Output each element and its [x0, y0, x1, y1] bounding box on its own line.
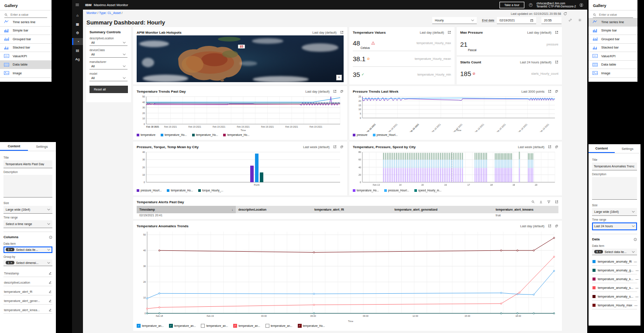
legend-item[interactable]: temperature_Ho...: [192, 133, 218, 136]
export-icon[interactable]: [333, 90, 337, 93]
data-item-multiselect[interactable]: 6× Select data ite...: [592, 249, 637, 255]
expand-icon[interactable]: [340, 90, 344, 93]
export-icon[interactable]: [448, 31, 451, 34]
export-icon[interactable]: [548, 224, 551, 228]
tab-content[interactable]: Content: [0, 142, 28, 151]
legend-item[interactable]: temperature: [137, 133, 155, 136]
remove-icon[interactable]: —: [634, 304, 637, 307]
hamburger-menu-icon[interactable]: [72, 3, 83, 7]
title-field[interactable]: [3, 160, 52, 168]
legend-item[interactable]: temperature_Ho...: [353, 189, 379, 192]
download-icon[interactable]: [539, 200, 543, 204]
time-range-select[interactable]: Last 24 hours: [592, 222, 637, 230]
rail-monitor-icon[interactable]: ◔: [72, 38, 83, 45]
interval-select[interactable]: Hourly: [432, 17, 477, 24]
legend-item[interactable]: temperature_Ho...: [161, 133, 187, 136]
legend-item[interactable]: ✓temperature_an...: [233, 324, 260, 328]
breadcrumb-monitor[interactable]: Monitor: [86, 11, 99, 14]
satellite-map[interactable]: 85 +: [137, 35, 344, 82]
hotspot-marker[interactable]: 85: [238, 45, 245, 49]
rail-home-icon[interactable]: ⌂: [72, 12, 83, 19]
legend-item[interactable]: temperature_Ho...: [167, 189, 193, 192]
gallery-item-image[interactable]: Image: [0, 69, 52, 78]
gallery-item-simple-bar[interactable]: Simple bar: [0, 27, 52, 35]
column-header-temperature-alert-generalized[interactable]: temperature_alert_generalized: [392, 208, 493, 211]
expand-icon[interactable]: [555, 224, 558, 228]
filter-icon[interactable]: [547, 200, 551, 204]
expand-icon[interactable]: [555, 145, 558, 149]
export-icon[interactable]: [548, 145, 551, 149]
info-icon[interactable]: [49, 236, 52, 239]
breadcrumb-type[interactable]: Type: CL_Asset: [99, 11, 122, 14]
legend-item[interactable]: temperature_an...: [265, 324, 293, 328]
remove-icon[interactable]: —: [636, 269, 639, 272]
remove-icon[interactable]: —: [635, 286, 638, 289]
filter-select-manufacturer[interactable]: All: [90, 63, 127, 69]
column-header-temperature-alert-kmeans[interactable]: temperature_alert_kmeans: [493, 208, 558, 211]
description-field[interactable]: [3, 175, 52, 198]
legend-item[interactable]: pressure: [353, 133, 368, 136]
edit-icon[interactable]: [48, 281, 52, 284]
description-field[interactable]: [592, 177, 637, 200]
expand-icon[interactable]: [340, 145, 344, 149]
legend-item[interactable]: pressure_Hourl...: [137, 189, 162, 192]
expand-icon[interactable]: [555, 90, 558, 93]
legend-item[interactable]: torque_Hourly_...: [198, 189, 223, 192]
edit-icon[interactable]: [48, 308, 52, 312]
export-icon[interactable]: [333, 145, 337, 149]
remove-icon[interactable]: —: [635, 295, 638, 298]
tab-settings[interactable]: Settings: [28, 142, 56, 151]
legend-item[interactable]: ✓temperature_an...: [169, 324, 196, 328]
remove-icon[interactable]: —: [635, 278, 638, 281]
tab-settings[interactable]: Settings: [615, 144, 641, 153]
group-by-multiselect[interactable]: 1× Select dimensi...: [3, 260, 52, 266]
gallery-item-simple-bar[interactable]: Simple bar: [589, 27, 637, 35]
export-icon[interactable]: [340, 31, 344, 34]
gallery-item-time-series-line[interactable]: Time series line: [0, 18, 52, 27]
legend-item[interactable]: ✓temperature_Ho...: [298, 324, 325, 328]
rail-setup-icon[interactable]: ⚙: [72, 29, 83, 36]
help-icon[interactable]: ?: [529, 3, 533, 7]
legend-item[interactable]: pressure_Hourl...: [384, 189, 409, 192]
close-icon[interactable]: ×: [10, 248, 12, 251]
table-row[interactable]: 02/19/2021 20:41true: [137, 213, 558, 217]
refresh-icon[interactable]: [563, 12, 567, 16]
column-header-temperature-alert-fft[interactable]: temperature_alert_fft: [312, 208, 392, 211]
gallery-item-stacked-bar[interactable]: Stacked bar: [589, 44, 637, 52]
size-select[interactable]: Large wide (16x4): [592, 208, 637, 216]
filter-select-deviceclass[interactable]: All: [90, 52, 127, 58]
gallery-item-grouped-bar[interactable]: Grouped bar: [0, 35, 52, 44]
tab-content[interactable]: Content: [589, 144, 615, 153]
close-icon[interactable]: ×: [599, 250, 601, 253]
reset-all-button[interactable]: Reset all: [90, 86, 128, 93]
export-icon[interactable]: [555, 31, 558, 34]
filter-select-descriptivelocation[interactable]: All: [90, 40, 127, 46]
rail-devices-icon[interactable]: ▤: [72, 47, 83, 54]
gallery-item-value-kpi[interactable]: 28%Value/KPI: [589, 52, 637, 61]
gallery-item-grouped-bar[interactable]: Grouped bar: [589, 35, 637, 44]
sort-descending-icon[interactable]: ↓: [232, 208, 234, 211]
close-icon[interactable]: ×: [10, 261, 12, 264]
legend-item[interactable]: pressure_Hourl...: [373, 133, 398, 136]
column-header-timestamp[interactable]: Timestamp↓: [137, 206, 236, 213]
gallery-item-time-series-line[interactable]: Time series line: [589, 18, 637, 27]
avatar-icon[interactable]: [579, 3, 583, 7]
legend-item[interactable]: temperature_an...: [201, 324, 228, 328]
gallery-item-image[interactable]: Image: [589, 69, 637, 78]
gallery-item-value-kpi[interactable]: 28%Value/KPI: [0, 52, 52, 61]
legend-item[interactable]: speed_Hourly_m...: [414, 189, 441, 192]
rail-glossary-icon[interactable]: Ag: [72, 56, 83, 62]
gear-icon[interactable]: [578, 18, 582, 22]
gallery-search-input[interactable]: [10, 13, 47, 17]
info-icon[interactable]: [634, 238, 637, 241]
legend-item[interactable]: ✓temperature_an...: [137, 324, 164, 328]
link-icon[interactable]: [568, 18, 572, 22]
title-field[interactable]: [592, 163, 637, 170]
take-a-tour-button[interactable]: Take a tour: [499, 2, 524, 8]
export-icon[interactable]: [548, 90, 551, 93]
rail-dashboards-icon[interactable]: ▦: [72, 21, 83, 28]
gallery-search-input[interactable]: [598, 13, 633, 17]
zoom-in-button[interactable]: +: [336, 75, 342, 80]
edit-icon[interactable]: [48, 290, 52, 293]
edit-icon[interactable]: [48, 271, 52, 275]
